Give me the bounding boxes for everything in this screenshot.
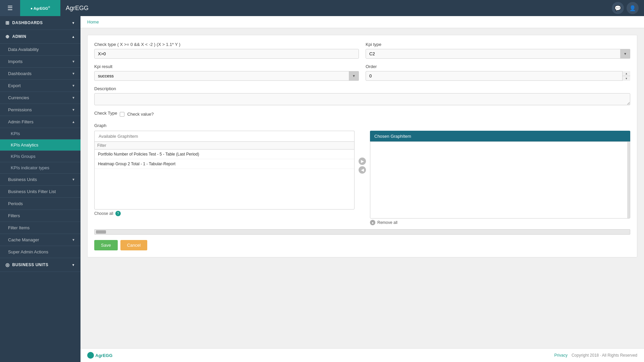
graph-add-button[interactable]: ▶	[359, 158, 366, 165]
sidebar-item-admin-filters[interactable]: Admin Filters ▲	[0, 116, 80, 128]
sidebar-item-cache-manager[interactable]: Cache Manager ▼	[0, 234, 80, 246]
sidebar-item-export[interactable]: Export ▼	[0, 80, 80, 92]
dashboard-icon: ⊞	[5, 20, 10, 25]
privacy-link[interactable]: Privacy	[554, 353, 568, 358]
choose-all-link[interactable]: Choose all	[94, 211, 113, 216]
remove-all-link[interactable]: Remove all	[377, 220, 397, 225]
horizontal-scrollbar[interactable]	[94, 229, 630, 235]
description-group: Description	[94, 86, 630, 105]
sidebar-subitem-kpis[interactable]: KPIs	[0, 128, 80, 139]
kpi-result-select-wrapper: success ▼	[94, 71, 359, 81]
breadcrumb-home[interactable]: Home	[87, 19, 99, 24]
app-logo: ● AgrEGG®	[20, 0, 60, 16]
order-group: Order ▲ ▼	[366, 64, 630, 81]
graph-section-row: Available GraphItem Portfolio Number of …	[94, 131, 630, 225]
kpi-result-group: Kpi result success ▼	[94, 64, 359, 81]
form-container: Check type ( X >= 0 && X < -2 ) (X > 1.1…	[87, 35, 637, 257]
graph-list-item[interactable]: Heatmap Group 2 Total - 1 - Tabular-Repo…	[95, 159, 354, 169]
graph-filter-input[interactable]	[94, 141, 355, 149]
sidebar-item-label: Filters	[8, 213, 20, 218]
check-value-checkbox[interactable]	[120, 112, 124, 117]
business-units-section-chevron: ▼	[72, 263, 75, 267]
kpi-result-select[interactable]: success	[94, 71, 359, 81]
sidebar-item-super-admin-actions[interactable]: Super Admin Actions	[0, 246, 80, 258]
kpi-type-select-wrapper: C2 ▼	[366, 49, 630, 59]
choose-all-help-icon[interactable]: ?	[115, 211, 121, 216]
description-label: Description	[94, 86, 630, 91]
sidebar-section-business-units[interactable]: ◎ BUSINESS UNITS ▼	[0, 258, 80, 272]
remove-all-icon: ●	[370, 220, 375, 225]
business-units-icon: ◎	[5, 262, 10, 267]
bell-icon: 💬	[614, 5, 621, 11]
sidebar-item-filter-items[interactable]: Filter Items	[0, 222, 80, 234]
admin-icon: ⊕	[5, 34, 10, 39]
order-arrows: ▲ ▼	[622, 71, 630, 81]
sidebar-item-dashboards[interactable]: Dashboards ▼	[0, 68, 80, 80]
h-scroll-thumb	[96, 230, 106, 234]
order-down-arrow[interactable]: ▼	[623, 76, 630, 81]
available-graphitem-header: Available GraphItem	[94, 131, 355, 141]
footer-logo-text: AgrEGG	[95, 353, 112, 358]
hamburger-button[interactable]: ☰	[0, 0, 20, 16]
sidebar-item-filters[interactable]: Filters	[0, 210, 80, 222]
content-body: Back Check type ( X >= 0 && X < -2 ) (X …	[80, 28, 644, 348]
kpi-type-arrow: ▼	[620, 49, 630, 59]
sidebar-subitem-kpis-groups[interactable]: KPIs Groups	[0, 151, 80, 162]
currencies-chevron: ▼	[72, 96, 75, 100]
topbar-icons: 💬 👤	[612, 2, 644, 14]
sidebar-item-label: Imports	[8, 59, 22, 64]
save-button[interactable]: Save	[94, 240, 118, 250]
check-type-label: Check type ( X >= 0 && X < -2 ) (X > 1.1…	[94, 42, 359, 47]
sidebar-item-data-availability[interactable]: Data Availability	[0, 44, 80, 56]
business-units-section-label: BUSINESS UNITS	[12, 262, 49, 267]
sidebar-item-label: Business Units Filter List	[8, 189, 56, 194]
right-scrollbar[interactable]	[627, 142, 630, 218]
user-button[interactable]: 👤	[627, 2, 639, 14]
hamburger-icon: ☰	[7, 4, 13, 12]
sidebar-item-bu-filter-list[interactable]: Business Units Filter List	[0, 186, 80, 198]
footer: AgrEGG Privacy Copyright 2018 · All Righ…	[80, 348, 644, 362]
check-type-input[interactable]	[94, 49, 359, 59]
sidebar-subitem-kpis-indicator-types[interactable]: KPIs indicator types	[0, 162, 80, 174]
sidebar-item-label: Data Availability	[8, 47, 39, 52]
graph-section-label: Graph	[94, 123, 630, 128]
form-actions: Save Cancel	[94, 240, 630, 250]
check-value-text: Check value?	[127, 112, 154, 117]
description-textarea[interactable]	[94, 93, 630, 105]
sidebar-section-admin[interactable]: ⊕ ADMIN ▲	[0, 30, 80, 44]
sidebar: ⊞ DASHBOARDS ▼ ⊕ ADMIN ▲ Data Availabili…	[0, 16, 80, 362]
order-label: Order	[366, 64, 630, 69]
main-layout: ⊞ DASHBOARDS ▼ ⊕ ADMIN ▲ Data Availabili…	[0, 16, 644, 362]
kpi-result-arrow: ▼	[349, 71, 359, 81]
sidebar-item-business-units[interactable]: Business Units ▼	[0, 174, 80, 186]
order-input[interactable]	[366, 71, 630, 81]
dashboards-chevron: ▼	[72, 21, 75, 25]
sidebar-item-permissions[interactable]: Permissions ▼	[0, 104, 80, 116]
check-type-checkbox-label: Check Type	[94, 111, 117, 116]
kpi-type-select[interactable]: C2	[366, 49, 630, 59]
graph-controls: ▶ ◀	[357, 158, 367, 174]
graph-list-item[interactable]: Portfolio Number of Policies Test - 5 - …	[95, 149, 354, 159]
topbar: ☰ ● AgrEGG® AgrEGG 💬 👤	[0, 0, 644, 16]
sidebar-item-periods[interactable]: Periods	[0, 198, 80, 210]
admin-label: ADMIN	[12, 34, 26, 39]
app-title: AgrEGG	[66, 5, 89, 12]
notifications-button[interactable]: 💬	[612, 2, 624, 14]
sidebar-item-currencies[interactable]: Currencies ▼	[0, 92, 80, 104]
admin-filters-chevron: ▲	[72, 120, 75, 124]
sidebar-item-imports[interactable]: Imports ▼	[0, 56, 80, 68]
business-units-chevron: ▼	[72, 178, 75, 181]
dashboards-item-chevron: ▼	[72, 72, 75, 75]
order-up-arrow[interactable]: ▲	[623, 71, 630, 76]
dashboards-label: DASHBOARDS	[12, 20, 43, 25]
sidebar-section-dashboards[interactable]: ⊞ DASHBOARDS ▼	[0, 16, 80, 30]
available-graph-list: Portfolio Number of Policies Test - 5 - …	[94, 149, 355, 209]
check-type-checkbox-row: Check Type Check value?	[94, 111, 630, 118]
graph-remove-button[interactable]: ◀	[359, 166, 366, 174]
cancel-button[interactable]: Cancel	[120, 240, 147, 250]
sidebar-subitem-label: KPIs	[11, 131, 20, 136]
sidebar-item-label: Super Admin Actions	[8, 249, 48, 254]
graph-remove-all-row: ● Remove all	[370, 220, 630, 225]
sidebar-subitem-kpis-analytics[interactable]: KPIs Analytics	[0, 139, 80, 151]
sidebar-item-label: Filter Items	[8, 225, 30, 230]
